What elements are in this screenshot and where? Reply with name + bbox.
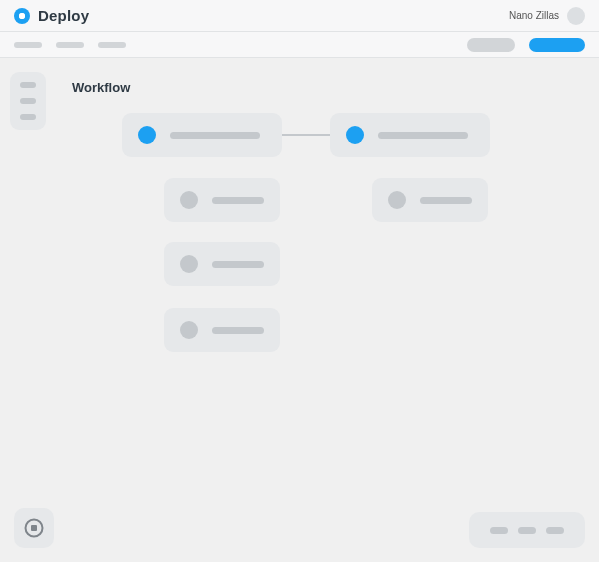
bottom-action-1[interactable]: [490, 527, 508, 534]
bottom-action-3[interactable]: [546, 527, 564, 534]
node-label-placeholder: [420, 197, 472, 204]
workflow-node-primary-b[interactable]: [330, 113, 490, 157]
workflow-canvas: [0, 58, 599, 562]
toolbar-item-1[interactable]: [14, 42, 42, 48]
stop-icon: [24, 518, 44, 538]
body: Workflow: [0, 58, 599, 562]
status-dot-icon: [180, 321, 198, 339]
bottom-action-2[interactable]: [518, 527, 536, 534]
toolbar-primary-button[interactable]: [529, 38, 585, 52]
status-dot-icon: [180, 255, 198, 273]
status-dot-icon: [346, 126, 364, 144]
node-label-placeholder: [212, 261, 264, 268]
workflow-node-child-a1[interactable]: [164, 178, 280, 222]
toolbar-right: [467, 38, 585, 52]
avatar[interactable]: [567, 7, 585, 25]
toolbar-item-3[interactable]: [98, 42, 126, 48]
status-dot-icon: [180, 191, 198, 209]
node-label-placeholder: [378, 132, 468, 139]
connector: [282, 134, 330, 136]
toolbar-secondary-button[interactable]: [467, 38, 515, 52]
svg-rect-1: [31, 525, 37, 531]
status-dot-icon: [388, 191, 406, 209]
stop-button[interactable]: [14, 508, 54, 548]
toolbar-left: [14, 42, 126, 48]
user-area[interactable]: Nano Zillas: [509, 7, 585, 25]
bottom-actions: [469, 512, 585, 548]
workflow-node-child-a3[interactable]: [164, 308, 280, 352]
workflow-node-primary-a[interactable]: [122, 113, 282, 157]
node-label-placeholder: [212, 327, 264, 334]
node-label-placeholder: [170, 132, 260, 139]
brand: Deploy: [14, 7, 89, 24]
toolbar: [0, 32, 599, 58]
brand-title: Deploy: [38, 7, 89, 24]
status-dot-icon: [138, 126, 156, 144]
brand-icon: [14, 8, 30, 24]
workflow-node-child-a2[interactable]: [164, 242, 280, 286]
app-header: Deploy Nano Zillas: [0, 0, 599, 32]
user-name: Nano Zillas: [509, 10, 559, 21]
workflow-node-child-b1[interactable]: [372, 178, 488, 222]
node-label-placeholder: [212, 197, 264, 204]
toolbar-item-2[interactable]: [56, 42, 84, 48]
